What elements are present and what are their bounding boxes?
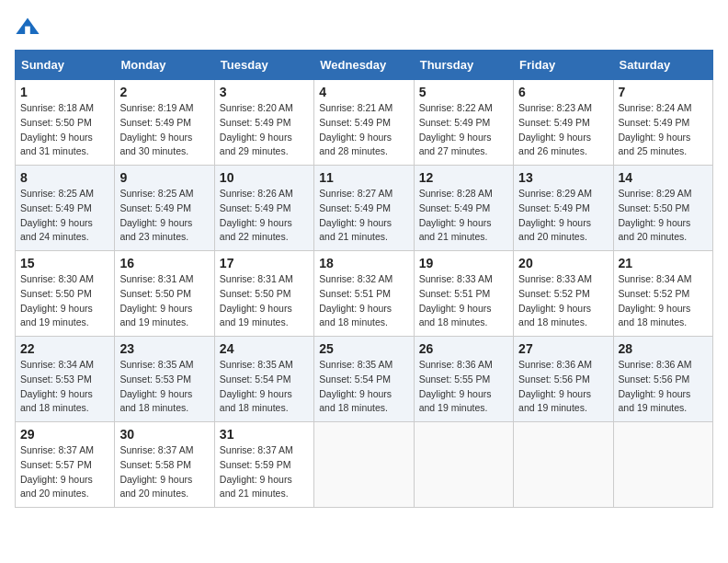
calendar-cell: 18Sunrise: 8:32 AMSunset: 5:51 PMDayligh…: [314, 251, 414, 337]
weekday-header: Sunday: [16, 51, 115, 80]
day-number: 24: [220, 341, 309, 356]
calendar-cell: 29Sunrise: 8:37 AMSunset: 5:57 PMDayligh…: [16, 422, 115, 508]
day-info: Sunrise: 8:37 AMSunset: 5:58 PMDaylight:…: [119, 443, 209, 501]
calendar-cell: 25Sunrise: 8:35 AMSunset: 5:54 PMDayligh…: [314, 337, 414, 422]
day-info: Sunrise: 8:36 AMSunset: 5:56 PMDaylight:…: [619, 358, 708, 416]
day-number: 20: [518, 256, 608, 270]
day-number: 30: [119, 427, 209, 442]
calendar-cell: 20Sunrise: 8:33 AMSunset: 5:52 PMDayligh…: [514, 251, 613, 337]
svg-rect-1: [25, 27, 30, 34]
weekday-header: Wednesday: [314, 51, 414, 80]
day-info: Sunrise: 8:34 AMSunset: 5:52 PMDaylight:…: [619, 272, 708, 330]
calendar-cell: 26Sunrise: 8:36 AMSunset: 5:55 PMDayligh…: [414, 337, 513, 422]
day-info: Sunrise: 8:25 AMSunset: 5:49 PMDaylight:…: [119, 187, 209, 245]
day-number: 5: [419, 85, 508, 99]
day-info: Sunrise: 8:18 AMSunset: 5:50 PMDaylight:…: [20, 101, 109, 159]
weekday-header: Friday: [514, 51, 613, 80]
day-number: 7: [619, 85, 708, 99]
day-info: Sunrise: 8:26 AMSunset: 5:49 PMDaylight:…: [220, 187, 309, 245]
day-number: 16: [119, 256, 209, 270]
day-number: 3: [220, 85, 309, 99]
day-number: 27: [518, 341, 608, 356]
calendar-cell: 22Sunrise: 8:34 AMSunset: 5:53 PMDayligh…: [16, 337, 115, 422]
day-info: Sunrise: 8:20 AMSunset: 5:49 PMDaylight:…: [220, 101, 309, 159]
day-info: Sunrise: 8:22 AMSunset: 5:49 PMDaylight:…: [419, 101, 508, 159]
calendar-cell: 10Sunrise: 8:26 AMSunset: 5:49 PMDayligh…: [214, 166, 313, 251]
day-info: Sunrise: 8:25 AMSunset: 5:49 PMDaylight:…: [20, 187, 109, 245]
day-number: 17: [220, 256, 309, 270]
calendar-cell: 30Sunrise: 8:37 AMSunset: 5:58 PMDayligh…: [115, 422, 214, 508]
day-info: Sunrise: 8:33 AMSunset: 5:51 PMDaylight:…: [419, 272, 508, 330]
day-info: Sunrise: 8:35 AMSunset: 5:54 PMDaylight:…: [220, 358, 309, 416]
calendar-cell: 2Sunrise: 8:19 AMSunset: 5:49 PMDaylight…: [115, 80, 214, 166]
calendar-cell: 27Sunrise: 8:36 AMSunset: 5:56 PMDayligh…: [514, 337, 613, 422]
day-number: 13: [518, 170, 608, 185]
day-info: Sunrise: 8:30 AMSunset: 5:50 PMDaylight:…: [20, 272, 109, 330]
calendar-cell: 11Sunrise: 8:27 AMSunset: 5:49 PMDayligh…: [314, 166, 414, 251]
calendar-cell: [414, 422, 513, 508]
day-info: Sunrise: 8:36 AMSunset: 5:56 PMDaylight:…: [518, 358, 608, 416]
day-number: 6: [518, 85, 608, 99]
day-info: Sunrise: 8:28 AMSunset: 5:49 PMDaylight:…: [419, 187, 508, 245]
day-number: 19: [419, 256, 508, 270]
day-number: 26: [419, 341, 508, 356]
day-number: 23: [119, 341, 209, 356]
calendar-week-row: 22Sunrise: 8:34 AMSunset: 5:53 PMDayligh…: [16, 337, 713, 422]
calendar-cell: 6Sunrise: 8:23 AMSunset: 5:49 PMDaylight…: [514, 80, 613, 166]
calendar-cell: 13Sunrise: 8:29 AMSunset: 5:49 PMDayligh…: [514, 166, 613, 251]
calendar-week-row: 1Sunrise: 8:18 AMSunset: 5:50 PMDaylight…: [16, 80, 713, 166]
calendar: SundayMondayTuesdayWednesdayThursdayFrid…: [15, 50, 713, 508]
day-number: 11: [319, 170, 408, 185]
calendar-cell: 15Sunrise: 8:30 AMSunset: 5:50 PMDayligh…: [16, 251, 115, 337]
calendar-week-row: 8Sunrise: 8:25 AMSunset: 5:49 PMDaylight…: [16, 166, 713, 251]
day-number: 9: [119, 170, 209, 185]
day-info: Sunrise: 8:27 AMSunset: 5:49 PMDaylight:…: [319, 187, 408, 245]
calendar-cell: 8Sunrise: 8:25 AMSunset: 5:49 PMDaylight…: [16, 166, 115, 251]
day-info: Sunrise: 8:24 AMSunset: 5:49 PMDaylight:…: [619, 101, 708, 159]
day-info: Sunrise: 8:37 AMSunset: 5:59 PMDaylight:…: [220, 443, 309, 501]
calendar-cell: 19Sunrise: 8:33 AMSunset: 5:51 PMDayligh…: [414, 251, 513, 337]
calendar-cell: 12Sunrise: 8:28 AMSunset: 5:49 PMDayligh…: [414, 166, 513, 251]
weekday-header: Thursday: [414, 51, 513, 80]
day-info: Sunrise: 8:29 AMSunset: 5:49 PMDaylight:…: [518, 187, 608, 245]
calendar-cell: [514, 422, 613, 508]
day-info: Sunrise: 8:31 AMSunset: 5:50 PMDaylight:…: [119, 272, 209, 330]
day-number: 28: [619, 341, 708, 356]
day-number: 22: [20, 341, 109, 356]
day-number: 29: [20, 427, 109, 442]
logo-icon: [15, 15, 40, 40]
day-number: 18: [319, 256, 408, 270]
calendar-cell: 31Sunrise: 8:37 AMSunset: 5:59 PMDayligh…: [214, 422, 313, 508]
day-info: Sunrise: 8:36 AMSunset: 5:55 PMDaylight:…: [419, 358, 508, 416]
calendar-cell: [613, 422, 712, 508]
day-info: Sunrise: 8:35 AMSunset: 5:53 PMDaylight:…: [119, 358, 209, 416]
day-info: Sunrise: 8:37 AMSunset: 5:57 PMDaylight:…: [20, 443, 109, 501]
day-info: Sunrise: 8:33 AMSunset: 5:52 PMDaylight:…: [518, 272, 608, 330]
day-number: 8: [20, 170, 109, 185]
day-info: Sunrise: 8:31 AMSunset: 5:50 PMDaylight:…: [220, 272, 309, 330]
calendar-cell: 14Sunrise: 8:29 AMSunset: 5:50 PMDayligh…: [613, 166, 712, 251]
calendar-cell: 23Sunrise: 8:35 AMSunset: 5:53 PMDayligh…: [115, 337, 214, 422]
day-info: Sunrise: 8:29 AMSunset: 5:50 PMDaylight:…: [619, 187, 708, 245]
calendar-cell: 28Sunrise: 8:36 AMSunset: 5:56 PMDayligh…: [613, 337, 712, 422]
day-number: 21: [619, 256, 708, 270]
calendar-cell: 17Sunrise: 8:31 AMSunset: 5:50 PMDayligh…: [214, 251, 313, 337]
calendar-week-row: 15Sunrise: 8:30 AMSunset: 5:50 PMDayligh…: [16, 251, 713, 337]
day-number: 10: [220, 170, 309, 185]
day-number: 4: [319, 85, 408, 99]
logo: [15, 15, 44, 40]
calendar-cell: 21Sunrise: 8:34 AMSunset: 5:52 PMDayligh…: [613, 251, 712, 337]
day-number: 12: [419, 170, 508, 185]
calendar-cell: 4Sunrise: 8:21 AMSunset: 5:49 PMDaylight…: [314, 80, 414, 166]
day-info: Sunrise: 8:23 AMSunset: 5:49 PMDaylight:…: [518, 101, 608, 159]
weekday-header: Tuesday: [214, 51, 313, 80]
calendar-cell: 1Sunrise: 8:18 AMSunset: 5:50 PMDaylight…: [16, 80, 115, 166]
day-number: 15: [20, 256, 109, 270]
day-number: 31: [220, 427, 309, 442]
calendar-week-row: 29Sunrise: 8:37 AMSunset: 5:57 PMDayligh…: [16, 422, 713, 508]
day-number: 25: [319, 341, 408, 356]
calendar-cell: 7Sunrise: 8:24 AMSunset: 5:49 PMDaylight…: [613, 80, 712, 166]
day-number: 2: [119, 85, 209, 99]
day-number: 1: [20, 85, 109, 99]
calendar-cell: 9Sunrise: 8:25 AMSunset: 5:49 PMDaylight…: [115, 166, 214, 251]
